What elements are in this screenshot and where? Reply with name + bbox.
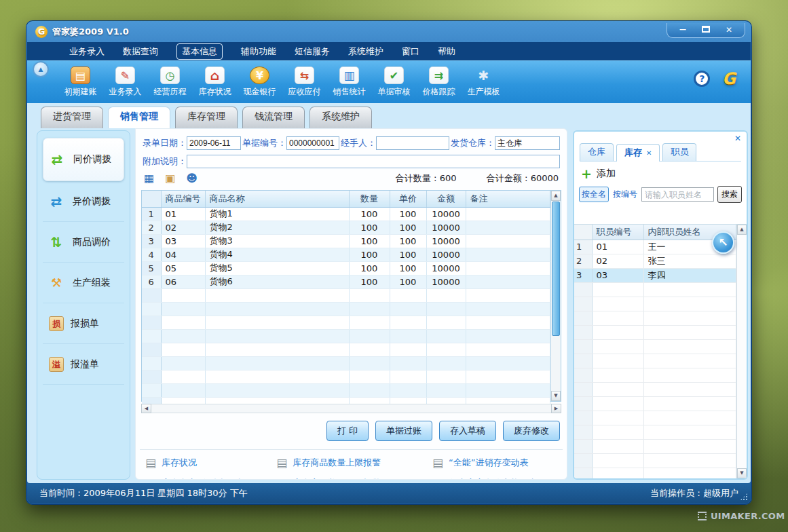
empty-row[interactable] bbox=[574, 297, 736, 311]
empty-row[interactable] bbox=[142, 316, 550, 329]
item-row[interactable]: 404货物410010010000 bbox=[142, 248, 550, 261]
panel-close-icon[interactable]: ✕ bbox=[734, 134, 741, 143]
col-header-code[interactable]: 商品编号 bbox=[161, 191, 205, 207]
scroll-down-icon[interactable]: ▼ bbox=[737, 468, 747, 478]
date-input[interactable] bbox=[187, 136, 241, 150]
empty-row[interactable] bbox=[142, 343, 550, 356]
staff-row[interactable]: 202张三 bbox=[574, 254, 736, 268]
warehouse-input[interactable] bbox=[495, 136, 560, 150]
empty-row[interactable] bbox=[142, 288, 550, 302]
empty-row[interactable] bbox=[574, 382, 736, 396]
empty-row[interactable] bbox=[574, 411, 736, 425]
lookup-tab[interactable]: 职员 bbox=[662, 143, 696, 161]
toolbar-button[interactable]: ✎ 业务录入 bbox=[103, 64, 147, 101]
item-row[interactable]: 303货物310010010000 bbox=[142, 234, 550, 248]
report-link[interactable]: ▤ 库存商品数量上限报警 bbox=[276, 457, 432, 469]
toolbar-button[interactable]: ▥ 销售统计 bbox=[327, 64, 371, 101]
col-header-price[interactable]: 单价 bbox=[390, 191, 426, 207]
toolbar-button[interactable]: ▤ 初期建账 bbox=[58, 64, 102, 101]
staff-search-input[interactable] bbox=[641, 187, 714, 202]
toolbar-button[interactable]: ◷ 经营历程 bbox=[148, 64, 192, 101]
warehouse-shortcut-icon[interactable]: ▦ bbox=[144, 172, 154, 185]
sidebar-item[interactable]: 损 报损单 bbox=[43, 303, 124, 344]
titlebar[interactable]: G 管家婆2009 V1.0 bbox=[27, 22, 751, 42]
staff-row[interactable]: 303李四 bbox=[574, 268, 736, 282]
empty-row[interactable] bbox=[142, 302, 550, 316]
item-row[interactable]: 101货物110010010000 bbox=[142, 207, 550, 221]
staff-col-code[interactable]: 职员编号 bbox=[592, 225, 643, 240]
toolbar-button[interactable]: ¥ 现金银行 bbox=[238, 64, 282, 101]
col-header-amount[interactable]: 金额 bbox=[426, 191, 466, 207]
empty-row[interactable] bbox=[574, 354, 736, 368]
menu-item[interactable]: 帮助 bbox=[438, 45, 455, 58]
note-input[interactable] bbox=[187, 155, 560, 168]
col-header-name[interactable]: 商品名称 bbox=[205, 191, 349, 207]
scrollbar-thumb[interactable] bbox=[552, 202, 560, 336]
add-row[interactable]: + 添加 bbox=[581, 168, 740, 180]
maximize-button[interactable] bbox=[702, 26, 710, 33]
search-button[interactable]: 搜索 bbox=[717, 186, 742, 203]
module-tab[interactable]: 进货管理 bbox=[41, 107, 103, 128]
toolbar-button[interactable]: ✱ 生产模板 bbox=[462, 64, 506, 101]
menu-item[interactable]: 基本信息 bbox=[176, 43, 223, 60]
close-button[interactable] bbox=[723, 26, 735, 34]
sidebar-item[interactable]: ⚒ 生产组装 bbox=[43, 263, 124, 303]
lookup-tab[interactable]: 仓库 bbox=[580, 143, 614, 161]
empty-row[interactable] bbox=[574, 311, 736, 325]
inventory-box-shortcut-icon[interactable]: ▣ bbox=[165, 172, 175, 185]
scroll-left-icon[interactable]: ◀ bbox=[141, 404, 151, 413]
action-button[interactable]: 废弃修改 bbox=[503, 421, 560, 441]
col-header-note[interactable]: 备注 bbox=[466, 191, 550, 207]
module-tab[interactable]: 销售管理 bbox=[108, 107, 170, 128]
report-link[interactable]: ▤ 库存商品数量下限报警 bbox=[276, 477, 432, 480]
empty-row[interactable] bbox=[142, 356, 550, 370]
action-button[interactable]: 单据过账 bbox=[375, 421, 432, 441]
module-tab[interactable]: 系统维护 bbox=[309, 107, 372, 128]
report-link[interactable]: ▤ 库存盘点(自动盘盈盘亏) bbox=[145, 477, 276, 480]
empty-row[interactable] bbox=[142, 329, 550, 343]
menu-item[interactable]: 系统维护 bbox=[348, 45, 383, 58]
module-tab[interactable]: 钱流管理 bbox=[242, 107, 305, 128]
lookup-tab[interactable]: 库存 bbox=[616, 144, 660, 162]
item-row[interactable]: 202货物210010010000 bbox=[142, 221, 550, 234]
toolbar-button[interactable]: ⇆ 应收应付 bbox=[282, 64, 326, 101]
filter-by-name-button[interactable]: 按全名 bbox=[579, 187, 609, 202]
menu-item[interactable]: 辅助功能 bbox=[241, 45, 276, 58]
toolbar-button[interactable]: ⌂ 库存状况 bbox=[193, 64, 237, 101]
collapse-toolbar-icon[interactable]: ▲ bbox=[33, 61, 49, 77]
sidebar-item[interactable]: 溢 报溢单 bbox=[43, 344, 124, 385]
help-icon[interactable]: ? bbox=[694, 71, 710, 87]
empty-row[interactable] bbox=[574, 425, 736, 439]
menu-item[interactable]: 数据查询 bbox=[123, 45, 158, 58]
doc-no-input[interactable] bbox=[286, 136, 339, 150]
empty-row[interactable] bbox=[574, 468, 736, 480]
filter-by-code-button[interactable]: 按编号 bbox=[612, 187, 638, 202]
menu-item[interactable]: 业务录入 bbox=[69, 45, 105, 58]
empty-row[interactable] bbox=[574, 439, 736, 453]
empty-row[interactable] bbox=[574, 396, 736, 411]
item-row[interactable]: 606货物610010010000 bbox=[142, 275, 550, 288]
sidebar-item[interactable]: ⇄ 同价调拨 bbox=[43, 138, 124, 181]
action-button[interactable]: 打 印 bbox=[326, 421, 369, 441]
menu-item[interactable]: 窗口 bbox=[402, 45, 419, 58]
grid-vertical-scrollbar[interactable]: ▲ ▼ bbox=[550, 191, 561, 401]
module-tab[interactable]: 库存管理 bbox=[175, 107, 238, 128]
resize-grip[interactable] bbox=[740, 493, 748, 501]
staff-vertical-scrollbar[interactable]: ▲ ▼ bbox=[736, 225, 747, 478]
staff-shortcut-icon[interactable]: ☻ bbox=[186, 172, 198, 185]
col-header-qty[interactable]: 数量 bbox=[349, 191, 390, 207]
report-link[interactable]: ▤ 库存状况 bbox=[145, 457, 276, 469]
action-button[interactable]: 存入草稿 bbox=[439, 421, 496, 441]
scroll-right-icon[interactable]: ▶ bbox=[551, 404, 561, 413]
empty-row[interactable] bbox=[574, 282, 736, 297]
empty-row[interactable] bbox=[574, 368, 736, 382]
empty-row[interactable] bbox=[142, 383, 550, 397]
report-link[interactable]: ▤ “全能”进销存变动表 bbox=[432, 457, 557, 469]
menu-item[interactable]: 短信服务 bbox=[295, 45, 330, 58]
minimize-button[interactable] bbox=[677, 25, 689, 34]
scroll-up-icon[interactable]: ▲ bbox=[737, 225, 747, 235]
sidebar-item[interactable]: ⇅ 商品调价 bbox=[43, 222, 124, 263]
grid-horizontal-scrollbar[interactable]: ◀ ▶ bbox=[141, 404, 561, 413]
toolbar-button[interactable]: ✔ 单据审核 bbox=[372, 64, 416, 101]
empty-row[interactable] bbox=[574, 453, 736, 468]
